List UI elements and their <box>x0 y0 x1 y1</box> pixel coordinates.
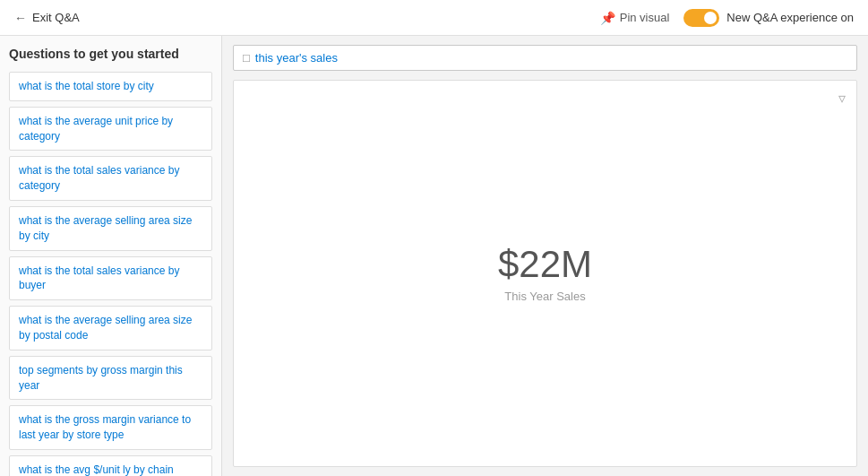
pin-visual-label: Pin visual <box>620 11 670 24</box>
question-item-4[interactable]: what is the total sales variance by buye… <box>9 256 212 301</box>
toggle-label: New Q&A experience on <box>726 11 854 24</box>
sidebar: Questions to get you started what is the… <box>0 36 222 476</box>
search-bar[interactable]: □ this year's sales <box>233 45 857 71</box>
question-item-3[interactable]: what is the average selling area size by… <box>9 206 212 251</box>
question-item-7[interactable]: what is the gross margin variance to las… <box>9 405 212 450</box>
exit-qa-button[interactable]: ← Exit Q&A <box>14 11 80 25</box>
big-number: $22M <box>498 244 592 285</box>
big-label: This Year Sales <box>498 290 592 303</box>
question-item-0[interactable]: what is the total store by city <box>9 72 212 101</box>
chat-icon: □ <box>243 51 250 65</box>
visual-content: $22M This Year Sales <box>498 244 592 302</box>
new-qa-toggle[interactable] <box>683 9 719 27</box>
pin-visual-button[interactable]: 📌 Pin visual <box>600 11 670 25</box>
question-item-5[interactable]: what is the average selling area size by… <box>9 306 212 351</box>
main-content: Questions to get you started what is the… <box>0 36 868 476</box>
question-item-1[interactable]: what is the average unit price by catego… <box>9 107 212 151</box>
question-item-8[interactable]: what is the avg $/unit ly by chain <box>9 455 212 476</box>
pin-icon: 📌 <box>600 11 615 25</box>
questions-list: what is the total store by citywhat is t… <box>9 72 212 476</box>
top-bar: ← Exit Q&A 📌 Pin visual New Q&A experien… <box>0 0 868 36</box>
toggle-container: New Q&A experience on <box>683 9 854 27</box>
question-item-6[interactable]: top segments by gross margin this year <box>9 356 212 401</box>
exit-qa-label: Exit Q&A <box>32 11 80 24</box>
right-panel: □ this year's sales ▿ $22M This Year Sal… <box>222 36 868 476</box>
visual-area: ▿ $22M This Year Sales <box>233 80 857 467</box>
filter-icon[interactable]: ▿ <box>838 90 846 107</box>
question-item-2[interactable]: what is the total sales variance by cate… <box>9 156 212 201</box>
search-value: this year's sales <box>255 51 338 65</box>
top-bar-right: 📌 Pin visual New Q&A experience on <box>600 9 854 27</box>
back-arrow-icon: ← <box>14 11 27 25</box>
sidebar-title: Questions to get you started <box>9 47 212 61</box>
